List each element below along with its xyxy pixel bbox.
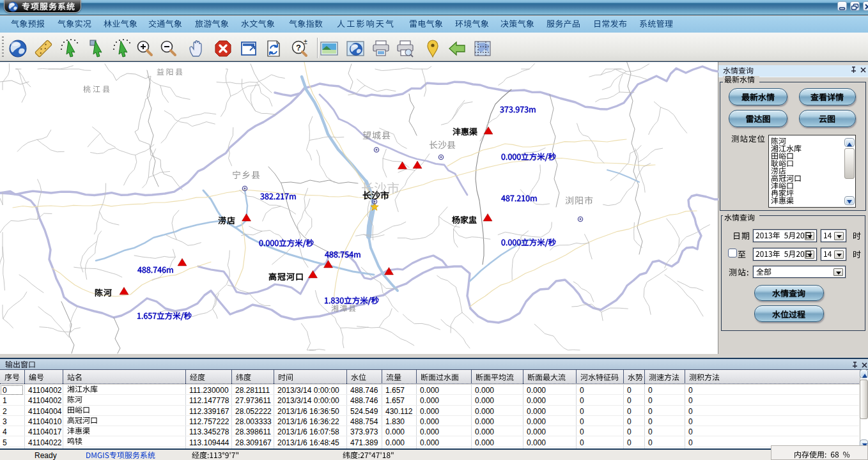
svg-text:±: ± bbox=[304, 38, 307, 45]
svg-text:?: ? bbox=[296, 43, 301, 52]
